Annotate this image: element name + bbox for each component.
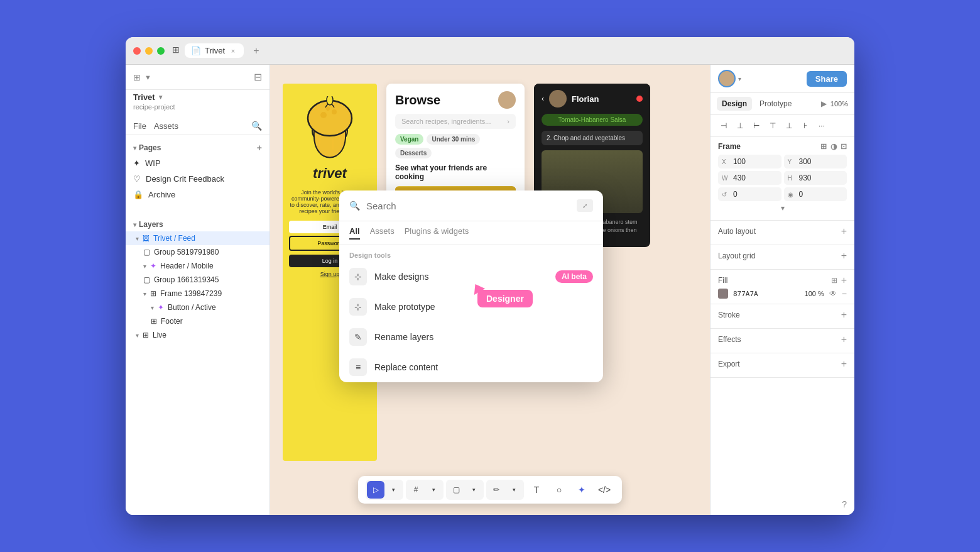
view-icon[interactable]: ◑ <box>830 142 837 151</box>
play-icon[interactable]: ▶ <box>821 99 827 108</box>
spotlight-tab-all[interactable]: All <box>349 226 360 240</box>
corner-field[interactable]: ◉ 0 <box>784 187 847 201</box>
project-sub: recipe-project <box>133 102 262 116</box>
w-field[interactable]: W 430 <box>718 171 781 185</box>
nav-assets[interactable]: Assets <box>154 121 178 131</box>
page-item-archive[interactable]: 🔒 Archive <box>126 187 270 202</box>
fill-hex-value[interactable]: 877A7A <box>733 290 758 298</box>
star-tool-button[interactable]: ✦ <box>572 480 592 500</box>
add-tab-button[interactable]: + <box>249 43 264 58</box>
more-align-icon[interactable]: ··· <box>815 119 829 133</box>
tab-figma-icon: 📄 <box>191 46 201 55</box>
canvas[interactable]: trivet Join the world's largest communit… <box>270 65 710 515</box>
layout-icon[interactable]: ⊟ <box>254 71 262 83</box>
align-top-icon[interactable]: ⊤ <box>766 119 780 133</box>
rotation-field[interactable]: ↺ 0 <box>718 187 781 201</box>
y-value: 300 <box>799 157 812 166</box>
align-center-h-icon[interactable]: ⊥ <box>733 119 747 133</box>
layer-button-active[interactable]: ▾ ✦ Button / Active <box>126 301 270 314</box>
dark-step: 2. Chop and add vegetables <box>542 131 643 145</box>
right-sidebar: ▾ Share Design Prototype ▶ 100% ⊣ ⊥ ⊢ ⊤ … <box>710 65 854 515</box>
add-fill-button[interactable]: + <box>841 275 847 286</box>
add-effects-button[interactable]: + <box>841 334 847 345</box>
close-button[interactable] <box>133 47 141 55</box>
help-icon[interactable]: ? <box>842 499 847 509</box>
text-tool-button[interactable]: T <box>526 480 547 500</box>
x-field[interactable]: X 100 <box>718 155 781 168</box>
layer-frame-chevron: ▾ <box>143 290 146 297</box>
fill-grid-icon[interactable]: ⊞ <box>831 276 837 285</box>
layer-footer-icon: ⊞ <box>151 317 157 326</box>
frame-dropdown[interactable]: ▾ <box>425 481 442 499</box>
h-field[interactable]: H 930 <box>784 171 847 185</box>
avatar-chevron-icon[interactable]: ▾ <box>738 75 741 82</box>
pages-section-header[interactable]: ▾ Pages + <box>126 140 270 155</box>
layers-section-header[interactable]: ▾ Layers <box>126 218 270 231</box>
layer-group2-label: Group 1661319345 <box>154 275 219 284</box>
dark-dish-tag: Tomato-Habanero Salsa <box>542 114 643 126</box>
browse-search-arrow: › <box>507 118 509 125</box>
expand-props-icon[interactable]: ▾ <box>718 201 847 215</box>
active-tab[interactable]: 📄 Trivet × <box>185 43 244 58</box>
tab-design[interactable]: Design <box>717 97 752 111</box>
minimize-button[interactable] <box>145 47 153 55</box>
add-layout-grid-button[interactable]: + <box>841 250 847 262</box>
layer-trivet-feed-chevron: ▾ <box>136 235 139 242</box>
align-right-icon[interactable]: ⊢ <box>749 119 763 133</box>
layer-footer[interactable]: ⊞ Footer <box>126 314 270 328</box>
y-field[interactable]: Y 300 <box>784 155 847 168</box>
code-tool-button[interactable]: </> <box>594 480 614 500</box>
page-item-design-crit[interactable]: ♡ Design Crit Feedback <box>126 171 270 187</box>
project-dropdown-icon[interactable]: ▼ <box>158 94 164 101</box>
layout-icon-2[interactable]: ⊞ <box>820 142 827 151</box>
pen-tool-button[interactable]: ✏ <box>487 481 505 499</box>
frame-tool-button[interactable]: # <box>407 481 425 499</box>
select-dropdown[interactable]: ▾ <box>384 481 402 499</box>
layer-live[interactable]: ▾ ⊞ Live <box>126 328 270 342</box>
fill-percent-unit: % <box>818 290 824 297</box>
shape-icon: ▢ <box>453 485 460 494</box>
position-grid: X 100 Y 300 W 430 H 930 <box>718 155 847 201</box>
fill-remove-button[interactable]: − <box>842 289 847 299</box>
add-page-button[interactable]: + <box>257 143 262 153</box>
spotlight-item-make-prototype[interactable]: ⊹ Make prototype <box>339 292 603 322</box>
select-tool-button[interactable]: ▷ <box>367 481 384 499</box>
fill-visibility-icon[interactable]: 👁 <box>829 289 837 298</box>
layer-trivet-feed[interactable]: ▾ 🖼 Trivet / Feed <box>126 231 270 245</box>
page-item-wip[interactable]: ✦ WIP <box>126 155 270 171</box>
tab-close-icon[interactable]: × <box>229 47 237 55</box>
pen-dropdown[interactable]: ▾ <box>505 481 523 499</box>
spotlight-expand-button[interactable]: ⤢ <box>577 199 593 212</box>
layer-header-icon: ✦ <box>150 262 156 270</box>
zoom-level[interactable]: 100% <box>830 100 848 108</box>
spotlight-search-input[interactable] <box>366 201 570 211</box>
spotlight-tab-assets[interactable]: Assets <box>370 226 395 240</box>
maximize-button[interactable] <box>157 47 165 55</box>
layer-group-1[interactable]: ▢ Group 5819791980 <box>126 245 270 259</box>
layer-group-2[interactable]: ▢ Group 1661319345 <box>126 273 270 287</box>
shape-tool-button[interactable]: ▢ <box>447 481 465 499</box>
layer-header-mobile[interactable]: ▾ ✦ Header / Mobile <box>126 259 270 273</box>
shape-dropdown[interactable]: ▾ <box>465 481 482 499</box>
resize-icon[interactable]: ⊡ <box>841 142 847 151</box>
spotlight-tab-plugins[interactable]: Plugins & widgets <box>405 226 469 240</box>
layer-frame-label: Frame 139847239 <box>160 289 222 298</box>
layers-chevron-icon: ▾ <box>133 221 136 228</box>
add-auto-layout-button[interactable]: + <box>841 226 847 237</box>
layer-frame-icon: ⊞ <box>150 289 156 298</box>
tab-prototype[interactable]: Prototype <box>754 97 797 111</box>
nav-file[interactable]: File <box>133 121 146 131</box>
align-left-icon[interactable]: ⊣ <box>717 119 731 133</box>
add-export-button[interactable]: + <box>841 358 847 370</box>
add-stroke-button[interactable]: + <box>841 309 847 321</box>
ellipse-tool-button[interactable]: ○ <box>549 480 569 500</box>
sidebar-search-icon[interactable]: 🔍 <box>251 121 262 131</box>
align-bottom-icon[interactable]: ⊦ <box>798 119 812 133</box>
spotlight-item-replace-content[interactable]: ≡ Replace content <box>339 352 603 382</box>
spotlight-item-rename-layers[interactable]: ✎ Rename layers <box>339 322 603 352</box>
share-button[interactable]: Share <box>807 71 847 87</box>
layer-frame[interactable]: ▾ ⊞ Frame 139847239 <box>126 287 270 301</box>
fill-color-swatch[interactable] <box>718 289 728 299</box>
align-center-v-icon[interactable]: ⊥ <box>782 119 796 133</box>
layout-grid-label: Layout grid <box>718 251 755 260</box>
